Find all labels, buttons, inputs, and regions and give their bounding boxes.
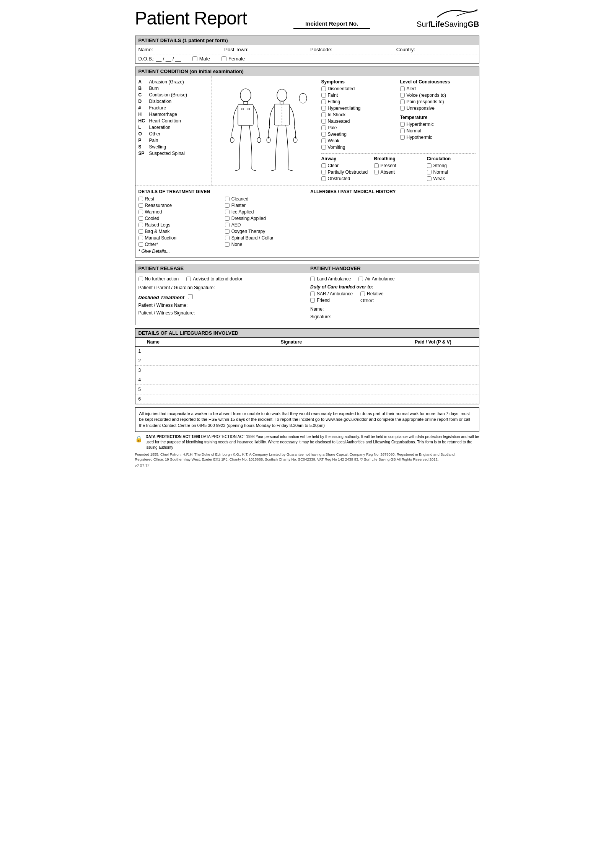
- airway-title: Airway: [321, 156, 370, 161]
- lifeguards-section: DETAILS OF ALL LIFEGUARDS INVOLVED Name …: [135, 328, 479, 404]
- symptom-hyperventilating[interactable]: Hyperventilating: [321, 106, 397, 111]
- lifeguards-rows: 1 2 3 4 5 6: [135, 347, 479, 404]
- male-label: Male: [199, 56, 210, 62]
- male-option[interactable]: Male: [192, 56, 210, 62]
- airway-clear[interactable]: Clear: [321, 163, 370, 168]
- male-checkbox[interactable]: [192, 56, 197, 61]
- data-protection-text: DATA PROTECTION ACT 1998 DATA PROTECTION…: [146, 434, 479, 450]
- svg-point-6: [248, 108, 250, 110]
- body-figures-svg: [223, 87, 307, 175]
- symptom-nauseated[interactable]: Nauseated: [321, 119, 397, 124]
- legend-item: SPSuspected Spinal: [138, 151, 208, 156]
- footer-notice-text: All injuries that incapacitate a worker …: [139, 411, 470, 428]
- legend-item: AAbrasion (Graze): [138, 79, 208, 85]
- advised-label: Advised to attend doctor: [193, 276, 242, 282]
- circ-weak[interactable]: Weak: [427, 176, 476, 181]
- handover-sig-label: Signature:: [310, 314, 331, 319]
- treat-spinal-board[interactable]: Spinal Board / Collar: [225, 235, 304, 241]
- treat-raised-legs[interactable]: Raised Legs: [138, 222, 217, 228]
- loc-col: Level of Conciousness Alert Voice (respo…: [400, 79, 476, 151]
- airway-partial[interactable]: Partially Obstructed: [321, 169, 370, 175]
- treat-rest[interactable]: Rest: [138, 196, 217, 202]
- symptoms-title: Symptoms: [321, 79, 397, 85]
- legend-item: DDislocation: [138, 99, 208, 104]
- treat-warmed[interactable]: Warmed: [138, 209, 217, 215]
- legend-item: BBurn: [138, 86, 208, 91]
- symptom-in-shock[interactable]: In Shock: [321, 112, 397, 117]
- patient-details-section: PATIENT DETAILS (1 patient per form) Nam…: [135, 36, 479, 64]
- breathing-absent[interactable]: Absent: [374, 169, 423, 175]
- footer-notice: All injuries that incapacitate a worker …: [135, 407, 479, 432]
- breathing-present[interactable]: Present: [374, 163, 423, 168]
- air-ambulance[interactable]: Air Ambulance: [358, 276, 394, 282]
- post-town-label: Post Town:: [224, 47, 248, 52]
- legend-item: LLaceration: [138, 125, 208, 130]
- symptom-fitting[interactable]: Fitting: [321, 99, 397, 104]
- patient-condition-header: PATIENT CONDITION (on initial examinatio…: [135, 67, 479, 76]
- treat-reassurance[interactable]: Reassurance: [138, 203, 217, 208]
- friend-option[interactable]: Friend: [310, 298, 353, 303]
- treat-other[interactable]: Other*: [138, 242, 217, 247]
- col-name-header: Name: [144, 338, 278, 347]
- treat-oxygen[interactable]: Oxygen Therapy: [225, 229, 304, 234]
- symptom-pale[interactable]: Pale: [321, 125, 397, 130]
- symptoms-row: Symptoms Disorientated Faint Fitting Hyp…: [321, 79, 476, 151]
- airway-obstructed[interactable]: Obstructed: [321, 176, 370, 181]
- breathing-title: Breathing: [374, 156, 423, 161]
- temperature-title: Temperature: [400, 115, 476, 120]
- svg-point-0: [240, 89, 251, 102]
- declined-label: Declined Treatment: [138, 295, 184, 300]
- treat-cooled[interactable]: Cooled: [138, 216, 217, 221]
- loc-alert[interactable]: Alert: [400, 86, 476, 91]
- svg-rect-2: [238, 104, 253, 125]
- footer-small-2: Registered Office: 19 Southernhay West, …: [135, 457, 479, 462]
- table-row: 4: [135, 375, 479, 385]
- treat-bag-mask[interactable]: Bag & Mask: [138, 229, 217, 234]
- temp-hyperthermic[interactable]: Hyperthermic: [400, 122, 476, 127]
- treat-ice-applied[interactable]: Ice Applied: [225, 209, 304, 215]
- treat-plaster[interactable]: Plaster: [225, 203, 304, 208]
- temp-hypothermic[interactable]: Hypothermic: [400, 135, 476, 140]
- treat-none[interactable]: None: [225, 242, 304, 247]
- land-ambulance[interactable]: Land Ambulance: [310, 276, 351, 282]
- symptom-weak[interactable]: Weak: [321, 138, 397, 143]
- treat-manual-suction[interactable]: Manual Suction: [138, 235, 217, 241]
- treatment-col2: Cleaned Plaster Ice Applied Dressing App…: [225, 196, 304, 254]
- patient-condition-body: AAbrasion (Graze) BBurn CContusion (Brui…: [135, 76, 479, 186]
- advised-doctor[interactable]: Advised to attend doctor: [186, 276, 242, 282]
- no-further-label: No further action: [145, 276, 179, 282]
- relative-option[interactable]: Relative: [360, 291, 383, 296]
- temp-normal[interactable]: Normal: [400, 128, 476, 134]
- condition-legend: AAbrasion (Graze) BBurn CContusion (Brui…: [135, 76, 212, 186]
- legend-item: PPain: [138, 138, 208, 143]
- patient-handover-col: PATIENT HANDOVER Land Ambulance Air Ambu…: [307, 261, 479, 325]
- page-header: Patient Report Incident Report No. SurfL…: [135, 8, 479, 29]
- post-town-field: Post Town:: [221, 45, 307, 54]
- female-option[interactable]: Female: [221, 56, 245, 62]
- symptom-disorientated[interactable]: Disorientated: [321, 86, 397, 91]
- sar-option[interactable]: SAR / Ambulance: [310, 291, 353, 296]
- circ-strong[interactable]: Strong: [427, 163, 476, 168]
- symptom-faint[interactable]: Faint: [321, 93, 397, 98]
- give-details-label: * Give Details...: [138, 249, 217, 254]
- treat-dressing[interactable]: Dressing Applied: [225, 216, 304, 221]
- loc-unresponsive[interactable]: Unresponsive: [400, 106, 476, 111]
- no-further-action[interactable]: No further action: [138, 276, 179, 282]
- declined-checkbox[interactable]: [188, 294, 193, 299]
- table-row: 3: [135, 366, 479, 375]
- logo-swoosh-icon: [433, 8, 479, 19]
- incident-no-label: Incident Report No.: [305, 20, 358, 27]
- female-checkbox[interactable]: [221, 56, 226, 61]
- loc-voice[interactable]: Voice (responds to): [400, 93, 476, 98]
- handover-name-label: Name:: [310, 306, 324, 312]
- patient-release-col: PATIENT RELEASE No further action Advise…: [135, 261, 308, 325]
- col-sig-header: Signature: [278, 338, 412, 347]
- treat-aed[interactable]: AED: [225, 222, 304, 228]
- treat-cleaned[interactable]: Cleaned: [225, 196, 304, 202]
- symptom-sweating[interactable]: Sweating: [321, 132, 397, 137]
- circ-normal[interactable]: Normal: [427, 169, 476, 175]
- postcode-label: Postcode:: [310, 47, 332, 52]
- symptom-vomiting[interactable]: Vomiting: [321, 145, 397, 150]
- sar-relative-row: SAR / Ambulance Friend Relative Other:: [310, 291, 476, 304]
- loc-pain[interactable]: Pain (responds to): [400, 99, 476, 104]
